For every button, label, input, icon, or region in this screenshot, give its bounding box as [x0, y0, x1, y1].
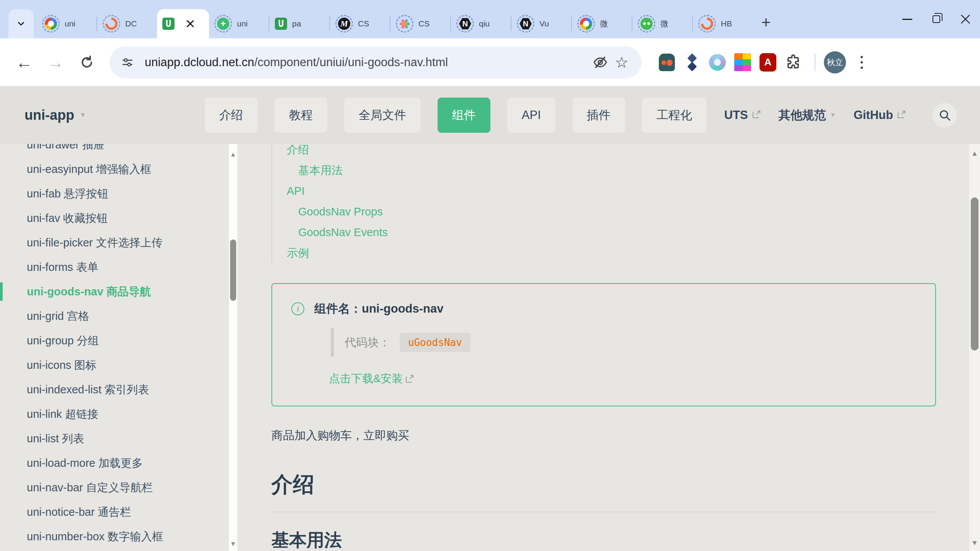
toc-link[interactable]: 介绍 — [287, 144, 388, 160]
forward-button[interactable]: → — [41, 48, 70, 77]
tab-search-button[interactable] — [8, 9, 34, 38]
sidebar-item[interactable]: uni-notice-bar 通告栏 — [0, 500, 229, 524]
search-button[interactable] — [933, 103, 957, 127]
sidebar-list: uni-drawer 抽屉 uni-easyinput 增强输入框 uni-fa… — [0, 144, 229, 549]
chevron-down-icon: ▼ — [830, 112, 836, 119]
browser-menu-icon[interactable] — [852, 51, 871, 73]
tab-title: DC — [125, 19, 137, 28]
browser-tab[interactable]: + uni — [209, 9, 269, 38]
sidebar-item[interactable]: uni-file-picker 文件选择上传 — [0, 230, 229, 255]
restore-button[interactable] — [922, 0, 951, 38]
tab-title: uni — [65, 19, 75, 28]
sidebar-item[interactable]: uni-nav-bar 自定义导航栏 — [0, 475, 229, 500]
scroll-up-icon[interactable]: ▲ — [229, 151, 237, 158]
sidebar-item[interactable]: uni-icons 图标 — [0, 353, 229, 377]
memory-saver-ring — [577, 15, 595, 33]
sidebar-item[interactable]: uni-fav 收藏按钮 — [0, 206, 229, 230]
code-block-quote: 代码块： uGoodsNav — [331, 328, 916, 357]
url-text: uniapp.dcloud.net.cn/component/uniui/uni… — [145, 55, 590, 69]
memory-saver-ring: + — [214, 15, 232, 33]
tab-title: qiu — [479, 19, 490, 28]
browser-tab[interactable]: 微 — [632, 9, 692, 38]
scroll-down-icon[interactable]: ▼ — [229, 540, 237, 548]
sidebar-item[interactable]: uni-list 列表 — [0, 426, 229, 451]
tab-list: uni DC U + uni U pa M CS — [37, 0, 753, 38]
sidebar-item[interactable]: uni-link 超链接 — [0, 402, 229, 426]
scroll-down-icon[interactable]: ▼ — [969, 539, 980, 547]
tab-close-icon[interactable] — [186, 20, 194, 28]
sidebar-item[interactable]: uni-fab 悬浮按钮 — [0, 181, 229, 206]
site-settings-icon[interactable] — [116, 51, 139, 74]
nav-item-intro[interactable]: 介绍 — [205, 98, 258, 133]
extensions-puzzle-icon[interactable] — [785, 54, 802, 71]
extension-swirl-icon[interactable] — [709, 54, 726, 71]
extension-skull-icon[interactable] — [658, 54, 675, 71]
site-logo[interactable]: uni-app ▼ — [24, 107, 86, 123]
memory-saver-ring: M — [335, 15, 353, 33]
extension-acrobat-icon[interactable]: A — [760, 54, 776, 71]
reload-button[interactable] — [73, 48, 101, 77]
bookmark-star-icon[interactable]: ☆ — [611, 52, 632, 73]
browser-tab[interactable]: DC — [97, 9, 157, 38]
nav-item-engineering[interactable]: 工程化 — [642, 98, 707, 133]
sidebar: uni-drawer 抽屉 uni-easyinput 增强输入框 uni-fa… — [0, 144, 229, 551]
toc-link[interactable]: GoodsNav Events — [287, 222, 388, 243]
nav-item-global-files[interactable]: 全局文件 — [344, 98, 421, 133]
sidebar-item[interactable]: uni-easyinput 增强输入框 — [0, 157, 229, 181]
toc-link[interactable]: API — [287, 181, 388, 201]
nav-item-api[interactable]: API — [507, 98, 555, 133]
download-install-link[interactable]: 点击下载&安装 — [329, 371, 414, 386]
back-button[interactable]: ← — [10, 48, 38, 77]
toc-link[interactable]: 基本用法 — [287, 160, 388, 181]
memory-saver-ring: N — [517, 15, 534, 33]
link-other-specs[interactable]: 其他规范 ▼ — [779, 107, 836, 123]
address-bar[interactable]: uniapp.dcloud.net.cn/component/uniui/uni… — [109, 46, 642, 78]
nav-item-tutorial[interactable]: 教程 — [274, 98, 327, 133]
browser-tab[interactable]: U pa — [270, 9, 329, 38]
browser-tab[interactable]: HB — [693, 9, 753, 38]
sidebar-item[interactable]: uni-load-more 加载更多 — [0, 451, 229, 475]
sidebar-item[interactable]: uni-number-box 数字输入框 — [0, 524, 229, 549]
chevron-down-icon — [17, 20, 25, 28]
tab-title: uni — [237, 19, 248, 28]
browser-tab[interactable]: 微 — [572, 9, 632, 38]
browser-tab[interactable]: N qiu — [451, 9, 511, 38]
sidebar-item[interactable]: uni-drawer 抽屉 — [0, 144, 229, 157]
sidebar-item-active[interactable]: uni-goods-nav 商品导航 — [0, 279, 229, 304]
sidebar-item[interactable]: uni-group 分组 — [0, 328, 229, 353]
nav-item-plugins[interactable]: 插件 — [572, 98, 625, 133]
sidebar-item[interactable]: uni-indexed-list 索引列表 — [0, 377, 229, 402]
browser-tab[interactable]: N Vu — [511, 9, 571, 38]
page-viewport: uni-app ▼ 介绍 教程 全局文件 组件 API 插件 工程化 UTS 其… — [0, 86, 980, 551]
sidebar-scrollbar[interactable]: ▲ ▼ — [229, 144, 237, 551]
tab-title: Vu — [539, 19, 549, 28]
sidebar-item[interactable]: uni-grid 宫格 — [0, 304, 229, 328]
nav-item-components[interactable]: 组件 — [438, 98, 490, 133]
sidebar-item[interactable]: uni-forms 表单 — [0, 255, 229, 279]
new-tab-button[interactable]: + — [755, 11, 777, 34]
sidebar-scrollbar-thumb[interactable] — [230, 240, 236, 301]
dcloud-icon — [103, 15, 120, 32]
toc-link[interactable]: 示例 — [287, 243, 388, 263]
scroll-up-icon[interactable]: ▲ — [969, 149, 980, 158]
link-uts[interactable]: UTS — [724, 108, 761, 122]
browser-tab-active[interactable]: U — [157, 9, 209, 38]
profile-avatar[interactable]: 秋立 — [824, 51, 846, 73]
extension-clover-icon[interactable] — [684, 54, 701, 71]
browser-tab-strip: uni DC U + uni U pa M CS — [0, 0, 980, 38]
browser-tab[interactable]: M CS — [330, 9, 390, 38]
minimize-button[interactable] — [893, 0, 922, 38]
window-controls — [893, 0, 980, 38]
browser-tab[interactable]: CS — [390, 9, 450, 38]
link-github[interactable]: GitHub — [854, 108, 906, 122]
toc-link[interactable]: GoodsNav Props — [287, 201, 388, 222]
privacy-eye-off-icon[interactable] — [590, 52, 611, 73]
browser-toolbar: ← → uniapp.dcloud.net.cn/component/uniui… — [0, 38, 980, 86]
browser-tab[interactable]: uni — [37, 9, 96, 38]
close-button[interactable] — [951, 0, 980, 38]
page-scrollbar[interactable]: ▲ ▼ — [969, 144, 980, 551]
external-link-icon — [752, 108, 761, 122]
extension-color-grid-icon[interactable] — [734, 54, 751, 71]
uniapp-icon: U — [275, 18, 287, 30]
page-scrollbar-thumb[interactable] — [971, 197, 978, 350]
